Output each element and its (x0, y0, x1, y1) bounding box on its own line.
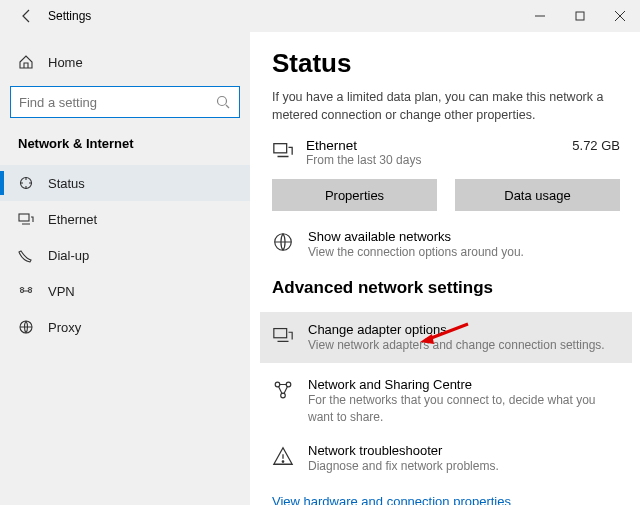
window-controls (520, 0, 640, 32)
svg-point-16 (281, 394, 286, 399)
hardware-link[interactable]: View hardware and connection properties (272, 494, 511, 505)
show-networks-option[interactable]: Show available networks View the connect… (272, 229, 620, 260)
page-description: If you have a limited data plan, you can… (272, 89, 620, 124)
svg-rect-11 (274, 144, 287, 153)
adapter-icon (272, 324, 294, 346)
option-sub: View the connection options around you. (308, 244, 524, 260)
sidebar-item-label: Status (48, 176, 85, 191)
search-field[interactable] (19, 95, 215, 110)
dialup-icon (18, 247, 34, 263)
sidebar-heading: Network & Internet (0, 128, 250, 165)
svg-point-15 (286, 383, 291, 388)
sharing-centre-option[interactable]: Network and Sharing Centre For the netwo… (272, 377, 620, 424)
status-icon (18, 175, 34, 191)
troubleshooter-option[interactable]: Network troubleshooter Diagnose and fix … (272, 443, 620, 474)
close-button[interactable] (600, 0, 640, 32)
sidebar-item-label: VPN (48, 284, 75, 299)
titlebar: Settings (0, 0, 640, 32)
option-sub: For the networks that you connect to, de… (308, 392, 620, 424)
network-sub: From the last 30 days (306, 153, 560, 167)
vpn-icon (18, 283, 34, 299)
network-usage: 5.72 GB (572, 138, 620, 153)
option-title: Network troubleshooter (308, 443, 499, 458)
option-sub: Diagnose and fix network problems. (308, 458, 499, 474)
globe-icon (272, 231, 294, 253)
svg-point-14 (275, 383, 280, 388)
advanced-heading: Advanced network settings (272, 278, 620, 298)
sidebar-item-label: Dial-up (48, 248, 89, 263)
svg-rect-7 (19, 214, 29, 221)
svg-point-8 (21, 290, 24, 293)
content: Status If you have a limited data plan, … (250, 32, 640, 505)
svg-point-9 (29, 290, 32, 293)
sidebar-item-status[interactable]: Status (0, 165, 250, 201)
option-title: Show available networks (308, 229, 524, 244)
svg-point-18 (282, 461, 283, 462)
svg-point-4 (218, 97, 227, 106)
option-sub: View network adapters and change connect… (308, 337, 605, 353)
back-icon[interactable] (18, 8, 34, 24)
option-title: Change adapter options (308, 322, 605, 337)
sidebar-item-ethernet[interactable]: Ethernet (0, 201, 250, 237)
ethernet-icon (272, 140, 294, 162)
home-label: Home (48, 55, 83, 70)
search-input[interactable] (10, 86, 240, 118)
network-name: Ethernet (306, 138, 560, 153)
window-title: Settings (48, 9, 91, 23)
properties-button[interactable]: Properties (272, 179, 437, 211)
home-icon (18, 54, 34, 70)
proxy-icon (18, 319, 34, 335)
sidebar-item-label: Ethernet (48, 212, 97, 227)
sharing-icon (272, 379, 294, 401)
minimize-button[interactable] (520, 0, 560, 32)
ethernet-icon (18, 211, 34, 227)
data-usage-button[interactable]: Data usage (455, 179, 620, 211)
sidebar-item-proxy[interactable]: Proxy (0, 309, 250, 345)
page-title: Status (272, 48, 620, 79)
network-summary: Ethernet From the last 30 days 5.72 GB (272, 138, 620, 167)
option-title: Network and Sharing Centre (308, 377, 620, 392)
search-icon (215, 94, 231, 110)
sidebar: Home Network & Internet Status Ethernet … (0, 32, 250, 505)
sidebar-home[interactable]: Home (0, 44, 250, 80)
sidebar-item-label: Proxy (48, 320, 81, 335)
warning-icon (272, 445, 294, 467)
svg-rect-1 (576, 12, 584, 20)
change-adapter-option[interactable]: Change adapter options View network adap… (260, 312, 632, 363)
svg-rect-13 (274, 329, 287, 338)
sidebar-item-dialup[interactable]: Dial-up (0, 237, 250, 273)
svg-line-5 (226, 105, 229, 108)
sidebar-item-vpn[interactable]: VPN (0, 273, 250, 309)
maximize-button[interactable] (560, 0, 600, 32)
